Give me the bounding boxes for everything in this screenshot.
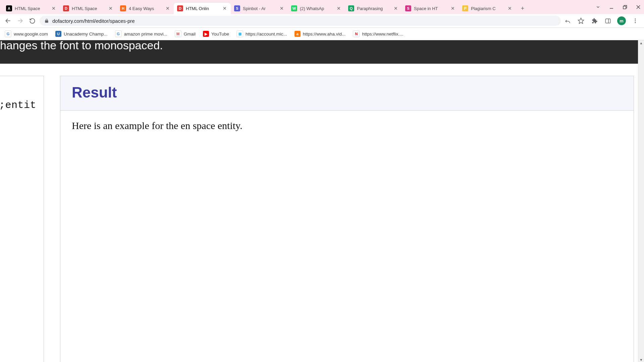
bookmark-label: https://www.netflix.... xyxy=(362,32,403,37)
tab-favicon: D xyxy=(177,5,183,11)
tab-favicon: D xyxy=(63,5,69,11)
bookmark-item[interactable]: Gamazon prime movi... xyxy=(115,31,167,37)
svg-point-10 xyxy=(635,18,636,19)
browser-tab[interactable]: PPlagiarism C✕ xyxy=(459,3,516,14)
tab-close-icon[interactable]: ✕ xyxy=(393,6,398,11)
header-strip-text: hanges the font to monospaced. xyxy=(0,40,163,51)
result-panel: Result Here is an example for the en spa… xyxy=(60,76,634,362)
browser-tab[interactable]: SSpinbot - Ar✕ xyxy=(231,3,288,14)
bookmarks-bar: Gwww.google.comUUnacademy Champ...Gamazo… xyxy=(0,28,644,40)
bookmark-favicon: G xyxy=(5,31,11,37)
bookmark-favicon: ▶ xyxy=(203,31,209,37)
svg-marker-7 xyxy=(578,18,584,24)
tab-title: HTML Space xyxy=(72,6,105,11)
page-scrollbar[interactable]: ▲ ▼ xyxy=(638,40,644,362)
tab-title: HTML Onlin xyxy=(186,6,219,11)
page-content: hanges the font to monospaced. sp;entit … xyxy=(0,40,644,362)
tab-close-icon[interactable]: ✕ xyxy=(108,6,113,11)
bookmark-label: Gmail xyxy=(184,32,196,37)
svg-rect-8 xyxy=(605,19,610,23)
bookmark-favicon: M xyxy=(175,31,181,37)
bookmark-label: www.google.com xyxy=(14,32,48,37)
nav-back-button[interactable] xyxy=(3,16,13,25)
share-icon[interactable] xyxy=(564,17,572,25)
bookmark-favicon: U xyxy=(55,31,61,37)
bookmark-favicon: a xyxy=(294,31,301,37)
lock-icon xyxy=(44,18,49,23)
tab-close-icon[interactable]: ✕ xyxy=(222,6,227,11)
code-panel[interactable]: sp;entit xyxy=(0,76,44,362)
tab-title: Spinbot - Ar xyxy=(243,6,276,11)
tab-close-icon[interactable]: ✕ xyxy=(165,6,170,11)
chrome-menu-icon[interactable] xyxy=(631,17,639,25)
window-maximize-button[interactable] xyxy=(621,3,629,11)
tab-title: Space in HT xyxy=(414,6,447,11)
browser-tabstrip: AHTML Space✕DHTML Space✕H4 Easy Ways✕DHT… xyxy=(0,0,644,14)
tab-title: Paraphrasing xyxy=(357,6,390,11)
bookmark-item[interactable]: Nhttps://www.netflix.... xyxy=(353,31,403,37)
svg-point-12 xyxy=(635,22,636,23)
tab-favicon: S xyxy=(234,5,240,11)
address-bar-actions: m xyxy=(564,16,641,25)
bookmark-label: Unacademy Champ... xyxy=(64,32,108,37)
bookmark-item[interactable]: MGmail xyxy=(175,31,196,37)
bookmark-item[interactable]: ▶YouTube xyxy=(203,31,229,37)
tab-close-icon[interactable]: ✕ xyxy=(51,6,56,11)
tab-title: (2) WhatsAp xyxy=(300,6,333,11)
result-text: Here is an example for the en space enti… xyxy=(72,120,243,131)
browser-tab[interactable]: DHTML Space✕ xyxy=(60,3,117,14)
bookmark-favicon: N xyxy=(353,31,360,37)
tab-favicon: Q xyxy=(348,5,354,11)
tab-close-icon[interactable]: ✕ xyxy=(507,6,513,11)
browser-tab[interactable]: H4 Easy Ways✕ xyxy=(117,3,174,14)
tab-title: 4 Easy Ways xyxy=(129,6,162,11)
svg-point-11 xyxy=(635,20,636,21)
bookmark-favicon: G xyxy=(115,31,122,37)
tab-favicon: H xyxy=(120,5,126,11)
tab-search-button[interactable] xyxy=(594,3,602,11)
tab-favicon: W xyxy=(291,5,297,11)
new-tab-button[interactable]: + xyxy=(518,4,527,13)
avatar-letter: m xyxy=(620,18,624,23)
tab-favicon: P xyxy=(462,5,468,11)
result-body: Here is an example for the en space enti… xyxy=(60,111,634,141)
window-close-button[interactable] xyxy=(635,3,642,11)
tab-favicon: S xyxy=(405,5,411,11)
editor-workspace: sp;entit Result Here is an example for t… xyxy=(0,64,644,362)
tab-title: Plagiarism C xyxy=(471,6,504,11)
url-text: dofactory.com/html/editor/spaces-pre xyxy=(52,18,556,24)
scrollbar-up-arrow[interactable]: ▲ xyxy=(638,40,644,46)
browser-address-bar: dofactory.com/html/editor/spaces-pre m xyxy=(0,14,644,28)
scrollbar-down-arrow[interactable]: ▼ xyxy=(638,357,644,362)
bookmark-item[interactable]: Gwww.google.com xyxy=(5,31,48,37)
tab-favicon: A xyxy=(6,5,12,11)
browser-tab[interactable]: DHTML Onlin✕ xyxy=(174,3,231,14)
browser-tab[interactable]: W(2) WhatsAp✕ xyxy=(288,3,345,14)
nav-forward-button[interactable] xyxy=(15,16,25,25)
browser-tab[interactable]: AHTML Space✕ xyxy=(3,3,60,14)
result-header: Result xyxy=(60,76,634,111)
profile-avatar[interactable]: m xyxy=(617,16,626,25)
result-title: Result xyxy=(72,84,622,101)
bookmark-item[interactable]: ahttps://www.aha.vid... xyxy=(294,31,346,37)
bookmark-item[interactable]: ⊞https://account.mic... xyxy=(236,31,287,37)
bookmark-item[interactable]: UUnacademy Champ... xyxy=(55,31,108,37)
code-fragment: sp;entit xyxy=(0,100,40,111)
sidepanel-icon[interactable] xyxy=(604,17,612,25)
bookmark-star-icon[interactable] xyxy=(577,17,585,25)
header-strip: hanges the font to monospaced. xyxy=(0,40,644,64)
bookmark-label: https://www.aha.vid... xyxy=(303,32,346,37)
nav-reload-button[interactable] xyxy=(28,16,37,25)
tab-close-icon[interactable]: ✕ xyxy=(336,6,341,11)
browser-tab[interactable]: SSpace in HT✕ xyxy=(402,3,459,14)
extensions-icon[interactable] xyxy=(590,17,598,25)
url-omnibox[interactable]: dofactory.com/html/editor/spaces-pre xyxy=(40,16,561,26)
tab-close-icon[interactable]: ✕ xyxy=(450,6,455,11)
bookmark-label: amazon prime movi... xyxy=(124,32,167,37)
browser-tab[interactable]: QParaphrasing✕ xyxy=(345,3,402,14)
bookmark-label: YouTube xyxy=(211,32,229,37)
bookmark-favicon: ⊞ xyxy=(236,31,243,37)
window-minimize-button[interactable] xyxy=(608,3,615,11)
tabstrip-right-controls xyxy=(594,0,642,14)
tab-close-icon[interactable]: ✕ xyxy=(279,6,284,11)
